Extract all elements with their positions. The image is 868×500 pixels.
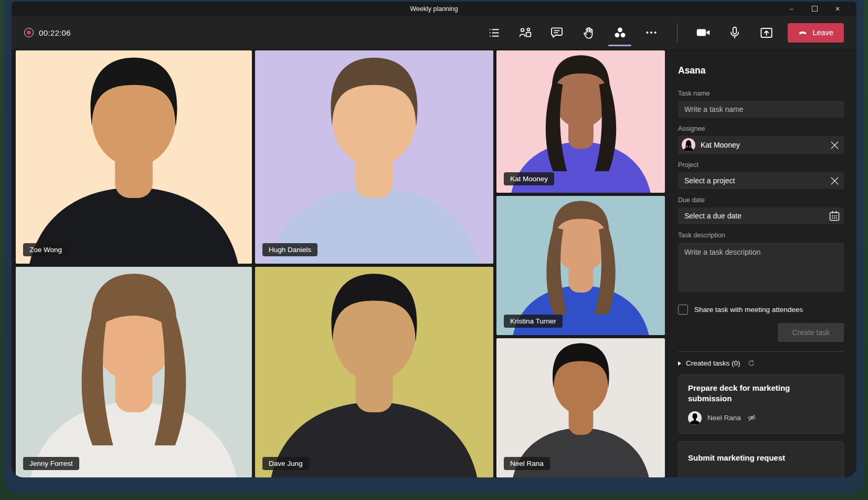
participant-name-label: Neel Rana [504, 457, 550, 470]
camera-icon [696, 25, 711, 40]
share-screen-button[interactable] [758, 25, 774, 40]
minimize-button[interactable]: – [780, 2, 803, 16]
share-task-label: Share task with meeting attendees [694, 306, 803, 314]
task-name-label: Task name [678, 90, 844, 97]
assignee-label: Assignee [678, 125, 844, 132]
share-screen-icon [759, 26, 774, 40]
window-title: Weekly planning [410, 5, 458, 13]
participant-silhouette [16, 267, 252, 477]
meeting-stage: Zoe Wong Hugh Daniels [12, 49, 856, 477]
participant-name-label: Jenny Forrest [23, 457, 79, 470]
share-task-checkbox[interactable] [678, 305, 688, 315]
refresh-icon[interactable] [747, 359, 755, 367]
microphone-button[interactable] [727, 25, 743, 40]
create-task-button[interactable]: Create task [778, 323, 844, 342]
recording-dot-icon [24, 28, 34, 37]
toolbar-divider [677, 23, 678, 42]
maximize-icon [812, 6, 818, 12]
chat-icon [550, 26, 564, 39]
leave-label: Leave [812, 28, 833, 37]
chat-button[interactable] [549, 25, 565, 40]
recording-timer: 00:22:06 [39, 28, 71, 37]
leave-button[interactable]: Leave [788, 23, 844, 43]
microphone-icon [728, 26, 742, 39]
video-tile[interactable]: Dave Jung [255, 267, 493, 477]
close-button[interactable]: ✕ [826, 2, 849, 16]
participant-name-label: Hugh Daniels [262, 243, 317, 256]
expand-triangle-icon [678, 361, 681, 366]
task-name-input[interactable] [678, 101, 844, 118]
video-tile[interactable]: Kristina Turner [496, 196, 665, 335]
close-icon: ✕ [835, 5, 840, 13]
breakout-rooms-button[interactable] [517, 25, 533, 40]
maximize-button[interactable] [803, 2, 826, 16]
more-icon [644, 26, 658, 39]
task-card-title: Prepare deck for marketing submission [688, 383, 834, 404]
participant-name-label: Kristina Turner [504, 315, 563, 328]
asana-panel: Asana Task name Assignee [665, 50, 856, 477]
task-description-input[interactable] [678, 243, 844, 292]
agenda-list-icon [488, 26, 501, 39]
video-tile[interactable]: Jenny Forrest [16, 267, 252, 477]
project-label: Project [678, 161, 844, 169]
raise-hand-icon [581, 26, 595, 39]
minimize-icon: – [790, 5, 793, 13]
task-description-label: Task description [678, 232, 844, 239]
participant-name-label: Dave Jung [262, 457, 309, 470]
teams-meeting-window: Weekly planning – ✕ 00:22:06 [12, 2, 856, 477]
video-tile[interactable]: Zoe Wong [16, 50, 252, 264]
participant-name-label: Zoe Wong [23, 243, 68, 256]
camera-button[interactable] [695, 25, 711, 40]
asana-app-button[interactable] [612, 25, 628, 40]
assignee-value: Kat Mooney [701, 141, 740, 149]
raise-hand-button[interactable] [580, 25, 596, 40]
asana-app-icon [613, 26, 627, 40]
created-task-card[interactable]: Prepare deck for marketing submission Ne… [678, 374, 844, 434]
due-date-label: Due date [678, 196, 844, 204]
agenda-list-button[interactable] [486, 25, 502, 40]
window-controls: – ✕ [780, 2, 849, 16]
due-date-input[interactable] [678, 207, 844, 224]
asana-panel-title: Asana [678, 65, 844, 76]
video-tile[interactable]: Hugh Daniels [255, 50, 493, 264]
video-grid: Zoe Wong Hugh Daniels [16, 50, 665, 477]
participant-silhouette [255, 267, 493, 477]
task-card-title: Submit marketing request [688, 453, 834, 463]
clear-x-icon [829, 175, 840, 186]
active-app-underline [608, 45, 631, 47]
assignee-avatar [682, 138, 695, 152]
project-clear-button[interactable] [828, 174, 841, 187]
breakout-rooms-icon [518, 26, 532, 39]
created-task-card[interactable]: Submit marketing request [678, 441, 844, 477]
more-options-button[interactable] [643, 25, 659, 40]
assignee-clear-button[interactable] [828, 139, 841, 151]
created-tasks-label: Created tasks (0) [686, 359, 740, 367]
participant-silhouette [497, 50, 664, 193]
assignee-field[interactable]: Kat Mooney [678, 136, 844, 154]
hang-up-icon [798, 28, 807, 37]
window-titlebar: Weekly planning – ✕ [12, 2, 856, 16]
participant-name-label: Kat Mooney [504, 172, 554, 185]
participant-silhouette [255, 50, 493, 264]
calendar-icon [828, 210, 841, 222]
participant-silhouette [16, 50, 252, 264]
task-assignee-avatar [688, 411, 702, 425]
video-tile[interactable]: Neel Rana [496, 338, 665, 477]
project-input[interactable] [678, 172, 844, 189]
panel-divider [678, 351, 844, 352]
due-date-picker-button[interactable] [828, 210, 841, 222]
eye-slash-icon [747, 413, 757, 423]
clear-x-icon [829, 140, 840, 151]
task-assignee-name: Neel Rana [707, 414, 741, 422]
recording-indicator: 00:22:06 [24, 28, 71, 37]
video-tile[interactable]: Kat Mooney [496, 50, 665, 193]
meeting-toolbar: 00:22:06 [12, 16, 856, 49]
created-tasks-toggle[interactable]: Created tasks (0) [678, 359, 844, 367]
